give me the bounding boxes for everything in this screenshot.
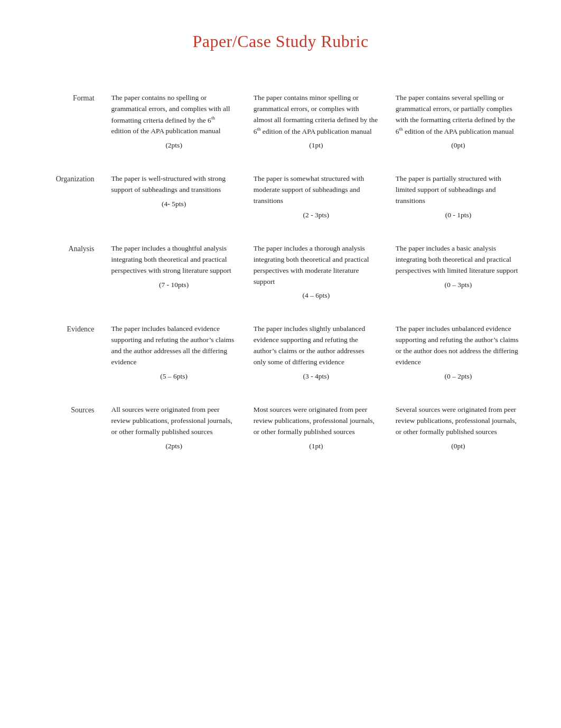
rubric-text: Most sources were originated from peer r… bbox=[254, 406, 375, 436]
points-label: (4 – 6pts) bbox=[254, 290, 379, 301]
rubric-text: The paper is partially structured with l… bbox=[396, 174, 501, 205]
rubric-text: The paper includes a thoughtful analysis… bbox=[111, 244, 231, 274]
points-label: (0pt) bbox=[396, 441, 521, 452]
points-label: (2pts) bbox=[111, 140, 237, 151]
rubric-cell: All sources were originated from peer re… bbox=[103, 395, 245, 465]
rubric-text: The paper includes balanced evidence sup… bbox=[111, 325, 235, 366]
rubric-cell: Several sources were originated from pee… bbox=[387, 395, 529, 465]
category-label: Format bbox=[32, 83, 103, 164]
rubric-cell: The paper includes slightly unbalanced e… bbox=[245, 314, 387, 395]
rubric-cell: The paper contains minor spelling or gra… bbox=[245, 83, 387, 164]
rubric-text: The paper includes slightly unbalanced e… bbox=[254, 325, 365, 366]
rubric-cell: The paper includes unbalanced evidence s… bbox=[387, 314, 529, 395]
rubric-cell: The paper includes a thoughtful analysis… bbox=[103, 234, 245, 315]
points-label: (0 - 1pts) bbox=[396, 210, 521, 221]
rubric-cell: The paper is well-structured with strong… bbox=[103, 164, 245, 234]
points-label: (7 - 10pts) bbox=[111, 280, 237, 291]
rubric-cell: Most sources were originated from peer r… bbox=[245, 395, 387, 465]
rubric-text: All sources were originated from peer re… bbox=[111, 406, 232, 436]
rubric-text: The paper includes a thorough analysis i… bbox=[254, 244, 369, 285]
rubric-cell: The paper contains no spelling or gramma… bbox=[103, 83, 245, 164]
superscript: th bbox=[399, 126, 403, 132]
rubric-cell: The paper is partially structured with l… bbox=[387, 164, 529, 234]
points-label: (0 – 2pts) bbox=[396, 371, 521, 382]
rubric-cell: The paper includes balanced evidence sup… bbox=[103, 314, 245, 395]
rubric-text: The paper is somewhat structured with mo… bbox=[254, 174, 364, 205]
rubric-cell: The paper includes a thorough analysis i… bbox=[245, 234, 387, 315]
rubric-text-cont: edition of the APA publication manual bbox=[403, 127, 514, 135]
points-label: (0pt) bbox=[396, 140, 521, 151]
category-label: Evidence bbox=[32, 314, 103, 395]
superscript: th bbox=[211, 115, 215, 121]
rubric-text: The paper is well-structured with strong… bbox=[111, 174, 226, 193]
category-label: Analysis bbox=[32, 234, 103, 315]
points-label: (2 - 3pts) bbox=[254, 210, 379, 221]
rubric-text: The paper includes unbalanced evidence s… bbox=[396, 325, 519, 366]
points-label: (5 – 6pts) bbox=[111, 371, 237, 382]
points-label: (0 – 3pts) bbox=[396, 280, 521, 291]
rubric-table: FormatThe paper contains no spelling or … bbox=[32, 83, 529, 465]
rubric-cell: The paper includes a basic analysis inte… bbox=[387, 234, 529, 315]
rubric-text: Several sources were originated from pee… bbox=[396, 406, 517, 436]
points-label: (1pt) bbox=[254, 441, 379, 452]
rubric-cell: The paper is somewhat structured with mo… bbox=[245, 164, 387, 234]
category-label: Sources bbox=[32, 395, 103, 465]
points-label: (3 - 4pts) bbox=[254, 371, 379, 382]
points-label: (4- 5pts) bbox=[111, 199, 237, 210]
rubric-text: The paper includes a basic analysis inte… bbox=[396, 244, 518, 274]
page-title: Paper/Case Study Rubric bbox=[32, 32, 529, 51]
points-label: (1pt) bbox=[254, 140, 379, 151]
category-label: Organization bbox=[32, 164, 103, 234]
rubric-text-cont: edition of the APA publication manual bbox=[111, 127, 221, 135]
points-label: (2pts) bbox=[111, 441, 237, 452]
rubric-cell: The paper contains several spelling or g… bbox=[387, 83, 529, 164]
rubric-text-cont: edition of the APA publication manual bbox=[260, 127, 371, 135]
